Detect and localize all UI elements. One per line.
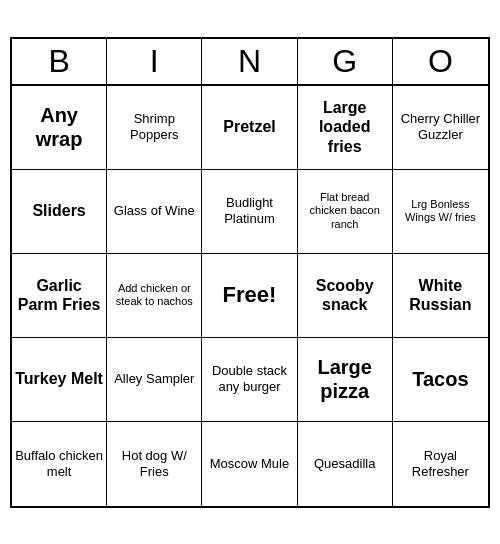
bingo-cell: Scooby snack bbox=[298, 254, 393, 338]
bingo-cell: Large loaded fries bbox=[298, 86, 393, 170]
header-letter: O bbox=[393, 39, 488, 84]
bingo-card: BINGO Any wrapShrimp PoppersPretzelLarge… bbox=[10, 37, 490, 508]
bingo-cell: Double stack any burger bbox=[202, 338, 297, 422]
bingo-cell: Cherry Chiller Guzzler bbox=[393, 86, 488, 170]
bingo-cell: Add chicken or steak to nachos bbox=[107, 254, 202, 338]
bingo-cell: White Russian bbox=[393, 254, 488, 338]
header-letter: B bbox=[12, 39, 107, 84]
bingo-cell: Sliders bbox=[12, 170, 107, 254]
bingo-cell: Large pizza bbox=[298, 338, 393, 422]
bingo-cell: Quesadilla bbox=[298, 422, 393, 506]
bingo-cell: Flat bread chicken bacon ranch bbox=[298, 170, 393, 254]
bingo-cell: Turkey Melt bbox=[12, 338, 107, 422]
header-letter: G bbox=[298, 39, 393, 84]
bingo-cell: Any wrap bbox=[12, 86, 107, 170]
bingo-cell: Hot dog W/ Fries bbox=[107, 422, 202, 506]
bingo-cell: Lrg Bonless Wings W/ fries bbox=[393, 170, 488, 254]
bingo-cell: Alley Sampler bbox=[107, 338, 202, 422]
bingo-cell: Glass of Wine bbox=[107, 170, 202, 254]
bingo-cell: Garlic Parm Fries bbox=[12, 254, 107, 338]
bingo-cell: Buffalo chicken melt bbox=[12, 422, 107, 506]
bingo-cell: Budlight Platinum bbox=[202, 170, 297, 254]
bingo-grid: Any wrapShrimp PoppersPretzelLarge loade… bbox=[12, 86, 488, 506]
bingo-cell: Shrimp Poppers bbox=[107, 86, 202, 170]
bingo-cell: Moscow Mule bbox=[202, 422, 297, 506]
bingo-cell: Pretzel bbox=[202, 86, 297, 170]
bingo-cell: Tacos bbox=[393, 338, 488, 422]
header-letter: I bbox=[107, 39, 202, 84]
header-letter: N bbox=[202, 39, 297, 84]
bingo-cell: Free! bbox=[202, 254, 297, 338]
bingo-header: BINGO bbox=[12, 39, 488, 86]
bingo-cell: Royal Refresher bbox=[393, 422, 488, 506]
